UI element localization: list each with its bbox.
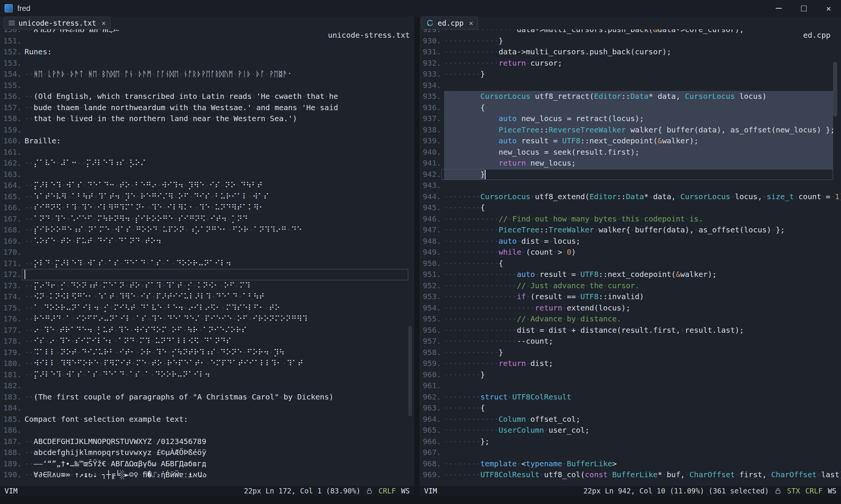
line-number[interactable]: 165. — [0, 191, 22, 203]
code-line[interactable]: 967. — [420, 447, 841, 458]
close-button[interactable]: × — [816, 0, 841, 17]
line-number[interactable]: 158. — [0, 113, 22, 124]
line-number[interactable]: 156. — [0, 91, 22, 102]
code-line[interactable]: 190.··∀∂∈ℝ∧∪≡∞·↑↗↨↻⇣·┐┼╔╘░►☺♀·ﬁ�⑀₂ἠḂӥẄɐː… — [0, 469, 414, 481]
status-flag-crlf[interactable]: CRLF — [805, 487, 823, 495]
code-line[interactable]: 968.········template·<typename·BufferLik… — [420, 458, 841, 470]
line-number[interactable]: 943. — [420, 180, 441, 191]
code-line[interactable]: 951.················auto·result·=·UTF8::… — [420, 269, 841, 280]
line-number[interactable]: 169. — [0, 236, 22, 247]
line-number[interactable]: 159. — [0, 124, 22, 136]
code-line[interactable]: 163. — [0, 169, 414, 180]
status-flag-crlf[interactable]: CRLF — [378, 487, 396, 495]
line-number[interactable]: 957. — [420, 336, 441, 347]
code-line[interactable]: 166.··⠎⠊⠛⠝⠫·⠃⠹·⠹⠑·⠊⠇⠻⠛⠹⠍⠁⠝⠂·⠹⠑·⠊⠇⠻⠅⠂·⠹⠑·… — [0, 202, 414, 214]
code-line[interactable]: 169.··⠡⠕⠎⠑·⠞⠕·⠏⠥⠞·⠙⠊⠎·⠙⠁⠝⠙·⠞⠕⠲ — [0, 236, 414, 247]
line-number[interactable]: 953. — [420, 291, 441, 303]
minimize-button[interactable] — [766, 0, 791, 17]
status-flag-ws[interactable]: WS — [828, 487, 836, 495]
line-number[interactable]: 933. — [420, 69, 441, 80]
code-line[interactable]: 182. — [0, 380, 414, 392]
code-line[interactable]: 188.··abcdefghijklmnopqrstuvwxyz·£©µÀÆÖÞ… — [0, 447, 414, 458]
tab-unicode-stress[interactable]: unicode-stress.txt × — [4, 17, 111, 29]
line-number[interactable]: 946. — [420, 214, 441, 225]
code-line[interactable]: 157.··bude·thaem·lande·northweardum·with… — [0, 102, 414, 114]
line-number[interactable]: 949. — [420, 247, 441, 258]
maximize-button[interactable] — [791, 0, 816, 17]
line-number[interactable]: 178. — [0, 336, 22, 347]
code-line[interactable]: 953.················if·(result·==·UTF8::… — [420, 291, 841, 303]
code-line[interactable]: 937.············auto·new_locus·=·retract… — [420, 113, 841, 124]
status-flag-ws[interactable]: WS — [401, 487, 410, 495]
code-line[interactable]: 167.··⠁⠝⠙·⠹⠑·⠡⠊⠑⠋·⠍⠳⠗⠝⠻⠲·⡎⠊⠗⠕⠕⠛⠑·⠎⠊⠛⠝⠫·⠊… — [0, 214, 414, 225]
code-line[interactable]: 931.············data->multi_cursors.push… — [420, 46, 841, 58]
line-number[interactable]: 166. — [0, 202, 22, 214]
code-line[interactable]: 958.············} — [420, 347, 841, 358]
line-number[interactable]: 181. — [0, 369, 22, 381]
code-line[interactable]: 966.········}; — [420, 436, 841, 447]
line-number[interactable]: 171. — [0, 258, 22, 269]
line-number[interactable]: 176. — [0, 313, 22, 325]
line-number[interactable]: 960. — [420, 369, 441, 381]
line-number[interactable]: 935. — [420, 91, 441, 102]
code-line[interactable]: 165.··⠱⠁⠞⠑⠧⠻·⠁⠃⠳⠞·⠹⠁⠞⠲·⡹⠑·⠗⠑⠛⠊⠌⠻·⠕⠋·⠙⠊⠎·… — [0, 191, 414, 203]
code-line[interactable]: 171.··⡕⠇⠙·⡍⠜⠇⠑⠹·⠺⠁⠎·⠁⠎·⠙⠑⠁⠙·⠁⠎·⠁·⠙⠕⠕⠗⠤⠝⠁… — [0, 258, 414, 269]
code-line[interactable]: 965.············UserColumn·user_col; — [420, 425, 841, 436]
code-line[interactable]: 176.··⠗⠑⠛⠜⠙·⠁·⠊⠕⠋⠋⠔⠤⠝⠁⠊⠇·⠁⠎·⠹⠑·⠙⠑⠁⠙⠑⠌·⠏⠊… — [0, 313, 414, 325]
code-line[interactable]: 168.··⡎⠊⠗⠕⠕⠛⠑⠰⠎·⠝⠁⠍⠑·⠺⠁⠎·⠛⠕⠕⠙·⠥⠏⠕⠝·⠰⡡⠁⠝⠛… — [0, 224, 414, 236]
line-number[interactable]: 951. — [420, 269, 441, 280]
line-number[interactable]: 168. — [0, 224, 22, 236]
code-line[interactable]: 173.··⡍⠔⠙⠖·⡊·⠙⠕⠝⠰⠞·⠍⠑⠁⠝·⠞⠕·⠎⠁⠹·⠹⠁⠞·⡊·⠅⠝⠪… — [0, 280, 414, 292]
status-flag-stx[interactable]: STX — [787, 487, 800, 495]
line-number[interactable]: 948. — [420, 236, 441, 247]
code-line[interactable]: 177.··⠔·⠹⠑·⠞⠗⠁⠙⠑⠲·⡃⠥⠞·⠹⠑·⠺⠊⠎⠙⠕⠍·⠕⠋·⠳⠗·⠁⠝… — [0, 325, 414, 336]
code-line[interactable]: 938.············PieceTree::ReverseTreeWa… — [420, 124, 841, 136]
line-number[interactable]: 940. — [420, 147, 441, 158]
scrollbar-thumb[interactable] — [833, 62, 837, 117]
code-line[interactable]: 943. — [420, 180, 841, 191]
code-line[interactable]: 155. — [0, 80, 414, 91]
code-line[interactable]: 932.············return·cursor; — [420, 58, 841, 69]
line-number[interactable]: 947. — [420, 224, 441, 236]
line-number[interactable]: 968. — [420, 458, 441, 470]
code-line[interactable]: 184. — [0, 403, 414, 414]
line-number[interactable]: 184. — [0, 403, 22, 414]
code-line[interactable]: 969.········UTF8ColResult·utf8_col(const… — [420, 469, 841, 481]
line-number[interactable]: 936. — [420, 102, 441, 114]
lock-icon[interactable] — [775, 487, 781, 494]
code-line[interactable]: 964.············Column·offset_col; — [420, 414, 841, 425]
line-number[interactable]: 183. — [0, 392, 22, 403]
code-line[interactable]: 152.Runes: — [0, 46, 414, 58]
code-line[interactable]: 161. — [0, 147, 414, 158]
line-number[interactable]: 965. — [420, 425, 441, 436]
code-line[interactable]: 946.············//·Find·out·how·many·byt… — [420, 214, 841, 225]
line-number[interactable]: 172. — [0, 269, 22, 280]
code-line[interactable]: 159. — [0, 124, 414, 136]
code-line[interactable]: 154.··ᚻᛖ·ᚳᚹᚫᚦ·ᚦᚫᛏ·ᚻᛖ·ᛒᚢᛞᛖ·ᚩᚾ·ᚦᚫᛗ·ᛚᚪᚾᛞᛖ·ᚾ… — [0, 69, 414, 80]
code-line[interactable]: 959.············return·dist; — [420, 358, 841, 369]
scrollbar-thumb[interactable] — [408, 326, 412, 416]
line-number[interactable]: 182. — [0, 380, 22, 392]
code-line[interactable]: 961. — [420, 380, 841, 392]
code-line[interactable]: 940.············new_locus·=·seek(result.… — [420, 147, 841, 158]
line-number[interactable]: 190. — [0, 469, 22, 481]
line-number[interactable]: 958. — [420, 347, 441, 358]
code-line[interactable]: 160.Braille: — [0, 135, 414, 147]
code-line[interactable]: 156.··(Old·English,·which·transcribed·in… — [0, 91, 414, 102]
line-number[interactable]: 955. — [420, 313, 441, 325]
code-line[interactable]: 185.Compact·font·selection·example·text: — [0, 414, 414, 425]
tab-close-icon[interactable]: × — [469, 19, 473, 27]
code-line[interactable]: 945.········{ — [420, 202, 841, 214]
code-line[interactable]: 933.········} — [420, 69, 841, 80]
line-number[interactable]: 157. — [0, 102, 22, 114]
code-line[interactable]: 935.········CursorLocus·utf8_retract(Edi… — [420, 91, 841, 102]
lock-icon[interactable] — [366, 487, 372, 494]
line-number[interactable]: 963. — [420, 403, 441, 414]
line-number[interactable]: 189. — [0, 458, 22, 470]
code-line[interactable]: 175.··⠁·⠙⠕⠕⠗⠤⠝⠁⠊⠇⠲·⡊·⠍⠊⠣⠞·⠙⠁⠧⠑·⠃⠑⠲·⠔⠊⠇⠔⠫… — [0, 303, 414, 314]
code-line[interactable]: 941.············return·new_locus; — [420, 158, 841, 169]
code-line[interactable]: 950.············{ — [420, 258, 841, 269]
code-line[interactable]: 186. — [0, 425, 414, 436]
line-number[interactable]: 179. — [0, 347, 22, 358]
line-number[interactable]: 170. — [0, 247, 22, 258]
